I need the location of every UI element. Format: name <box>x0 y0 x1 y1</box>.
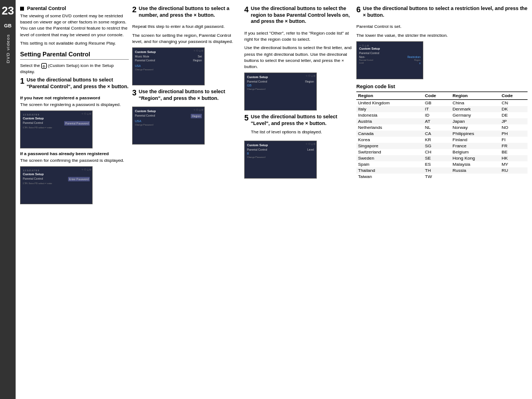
region-table-title: Region code list <box>356 84 528 89</box>
table-cell-2-3: DE <box>500 112 528 118</box>
table-cell-8-2: Belgium <box>451 149 500 155</box>
column-1: Parental Control The viewing of some DVD… <box>20 6 129 395</box>
step-6-number: 6 <box>356 6 361 20</box>
page-number: 23 <box>2 4 14 17</box>
table-cell-4-3: NO <box>500 124 528 131</box>
table-row: CanadaCAPhilippinesPH <box>356 131 528 137</box>
side-label: DVD videos <box>6 34 11 63</box>
col-code2: Code <box>500 92 528 99</box>
step-2-content: Use the directional buttons to select a … <box>139 6 241 20</box>
parental-intro-text: The viewing of some DVD content may be r… <box>20 13 129 38</box>
step-2-number: 2 <box>132 6 137 20</box>
setting-parental-heading: Setting Parental Control <box>20 51 129 60</box>
no-password-heading: If you have not registered a password <box>20 95 129 100</box>
step-4-number: 4 <box>244 6 249 27</box>
screen-thumb-5: ☆ ⬡ △ ◎ Custom Setup Parental ControlReg… <box>244 73 317 110</box>
table-row: SingaporeSGFranceFR <box>356 143 528 149</box>
table-cell-9-0: Sweden <box>356 155 423 161</box>
table-cell-7-2: France <box>451 143 500 149</box>
step-2-body2: The screen for setting the region, Paren… <box>132 32 241 45</box>
table-cell-12-1: TW <box>423 174 451 180</box>
step-5-body: The list of level options is displayed. <box>251 129 353 135</box>
region-table-body: United KingdomGBChinaCNItalyITDenmarkDKI… <box>356 99 528 180</box>
table-row: SpainESMalaysiaMY <box>356 161 528 167</box>
columns-area: Parental Control The viewing of some DVD… <box>20 6 528 395</box>
password-text: The screen for confirming the password i… <box>20 157 129 164</box>
table-cell-3-0: Austria <box>356 118 423 124</box>
setup-text: Select the ⚙ (Custom Setup) icon in the … <box>20 63 129 75</box>
table-row: SwedenSEHong KongHK <box>356 155 528 161</box>
table-row: SwitzerlandCHBelgiumBE <box>356 149 528 155</box>
step-6-content: Use the directional buttons to select a … <box>363 6 528 20</box>
table-cell-5-3: PH <box>500 131 528 137</box>
column-4: 6 Use the directional buttons to select … <box>356 6 528 395</box>
table-cell-12-0: Taiwan <box>356 174 423 180</box>
step-3-content: Use the directional buttons to select "R… <box>139 89 241 103</box>
step-1-content: Use the directional buttons to select "P… <box>27 77 129 92</box>
step-4-content: Use the directional buttons to select th… <box>251 6 353 27</box>
region-table-section: Region code list Region Code Region Code… <box>356 84 528 180</box>
step-3-number: 3 <box>132 89 137 103</box>
step-1-container: 1 Use the directional buttons to select … <box>20 77 129 92</box>
table-cell-1-3: DK <box>500 106 528 112</box>
step-2-header: Use the directional buttons to select a … <box>139 6 241 18</box>
table-cell-11-1: TH <box>423 167 451 174</box>
parental-control-section: Parental Control The viewing of some DVD… <box>20 6 129 46</box>
table-cell-2-2: Germany <box>451 112 500 118</box>
table-cell-9-1: SE <box>423 155 451 161</box>
step-5-container: 5 Use the directional buttons to select … <box>244 114 353 137</box>
main-content: Parental Control The viewing of some DVD… <box>16 0 532 399</box>
col-region1: Region <box>356 92 423 99</box>
table-row: NetherlandsNLNorwayNO <box>356 124 528 131</box>
parental-note-text: This setting is not available during Res… <box>20 40 129 46</box>
step-6-body2: The lower the value, the stricter the re… <box>356 32 528 39</box>
table-row: KoreaKRFinlandFI <box>356 137 528 143</box>
table-cell-10-1: ES <box>423 161 451 167</box>
table-row: ThailandTHRussiaRU <box>356 167 528 174</box>
menu-screen-2: ☆ ⬡ △ ◎ 1 2 3 4 5 6 7 8 9 Custom Setup P… <box>21 167 92 204</box>
col-code1: Code <box>423 92 451 99</box>
table-cell-3-3: JP <box>500 118 528 124</box>
bullet-square <box>20 7 24 11</box>
table-cell-8-0: Switzerland <box>356 149 423 155</box>
table-cell-11-0: Thailand <box>356 167 423 174</box>
table-cell-6-1: KR <box>423 137 451 143</box>
menu-screen-1: ☆ ⬡ △ ◎ 1 2 3 4 5 6 7 8 9 Custom Setup P… <box>21 111 92 148</box>
step-5-number: 5 <box>244 114 249 137</box>
table-cell-7-0: Singapore <box>356 143 423 149</box>
menu-screen-4: ☆ ⬡ △ ◎ Custom Setup Parental ControlReg… <box>133 107 204 144</box>
table-row: AustriaATJapanJP <box>356 118 528 124</box>
table-cell-8-1: CH <box>423 149 451 155</box>
column-3: 4 Use the directional buttons to select … <box>244 6 353 395</box>
step-4-container: 4 Use the directional buttons to select … <box>244 6 353 27</box>
table-cell-3-1: AT <box>423 118 451 124</box>
table-cell-6-0: Korea <box>356 137 423 143</box>
table-cell-10-0: Spain <box>356 161 423 167</box>
step-4-body2: Use the directional buttons to select th… <box>244 45 353 70</box>
step-4-body1: If you select "Other", refer to the "Reg… <box>244 30 353 42</box>
table-row: United KingdomGBChinaCN <box>356 99 528 106</box>
table-cell-7-1: SG <box>423 143 451 149</box>
table-cell-5-2: Philippines <box>451 131 500 137</box>
side-tab: 23 GB DVD videos <box>0 0 16 399</box>
step-6-header: Use the directional buttons to select a … <box>363 6 528 18</box>
screen-thumb-3: ☆ ⬡ △ ◎ Custom Setup Music MuteSet Paren… <box>132 47 205 85</box>
table-cell-0-3: CN <box>500 99 528 106</box>
col-region2: Region <box>451 92 500 99</box>
table-cell-3-2: Japan <box>451 118 500 124</box>
table-cell-0-1: GB <box>423 99 451 106</box>
table-cell-1-2: Denmark <box>451 106 500 112</box>
table-cell-6-2: Finland <box>451 137 500 143</box>
table-cell-10-3: MY <box>500 161 528 167</box>
table-cell-1-0: Italy <box>356 106 423 112</box>
screen-thumb-7: ☆ ⬡ △ ◎ Custom Setup Parental Control No… <box>356 41 423 79</box>
menu-screen-3: ☆ ⬡ △ ◎ Custom Setup Music MuteSet Paren… <box>133 48 204 85</box>
step-6-body1: Parental Control is set. <box>356 23 528 30</box>
table-cell-1-1: IT <box>423 106 451 112</box>
step-3-header: Use the directional buttons to select "R… <box>139 89 241 102</box>
table-header-row: Region Code Region Code <box>356 92 528 99</box>
screen-thumb-1: ☆ ⬡ △ ◎ 1 2 3 4 5 6 7 8 9 Custom Setup P… <box>20 110 93 148</box>
table-cell-4-1: NL <box>423 124 451 131</box>
table-cell-2-0: Indonesia <box>356 112 423 118</box>
table-cell-0-2: China <box>451 99 500 106</box>
